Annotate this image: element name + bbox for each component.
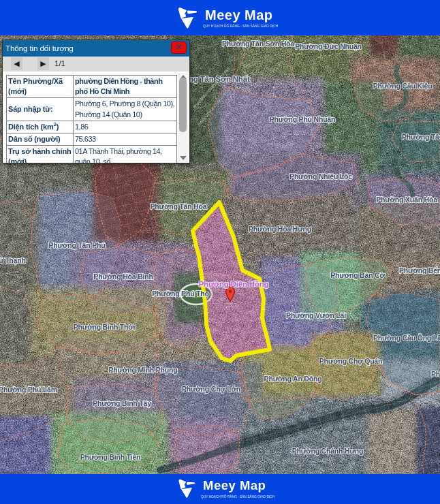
svg-text:Phường Hòa Hưng: Phường Hòa Hưng	[249, 225, 311, 233]
svg-text:Phường Phú Nhuận: Phường Phú Nhuận	[270, 115, 335, 124]
svg-text:Phường Đức Nhuận: Phường Đức Nhuận	[295, 42, 362, 51]
svg-text:Phường Nhiêu Lộc: Phường Nhiêu Lộc	[289, 172, 352, 181]
svg-text:Phường Cầu Kiệu: Phường Cầu Kiệu	[373, 82, 433, 91]
svg-text:Phường Chợ Quán: Phường Chợ Quán	[319, 357, 382, 366]
svg-text:Phường Cầu Ông Lãnh: Phường Cầu Ông Lãnh	[373, 334, 440, 342]
svg-text:Phường Minh Phụng: Phường Minh Phụng	[109, 366, 178, 375]
svg-text:Phường Bến: Phường Bến	[399, 266, 440, 274]
svg-text:Phường Xuân Hòa: Phường Xuân Hòa	[376, 195, 437, 204]
svg-text:Phường Vườn Lài: Phường Vườn Lài	[286, 311, 346, 319]
svg-text:Phường Tân Phú: Phường Tân Phú	[49, 241, 106, 249]
svg-text:Phường An Đông: Phường An Đông	[264, 375, 322, 383]
svg-text:Phường Bàn Cờ: Phường Bàn Cờ	[330, 271, 385, 279]
svg-text:Phường Chánh Hưng: Phường Chánh Hưng	[292, 447, 363, 455]
svg-text:Phường Tân Sơn Hòa: Phường Tân Sơn Hòa	[222, 40, 294, 48]
svg-text:Phường Bình Tiên: Phường Bình Tiên	[80, 453, 141, 461]
svg-text:Phường Tân Hòa: Phường Tân Hòa	[151, 202, 207, 210]
svg-text:Phường Bình Thới: Phường Bình Thới	[74, 323, 136, 331]
svg-text:Phường Bình Tây: Phường Bình Tây	[93, 399, 151, 407]
svg-text:ng Tân Sơn Nhất: ng Tân Sơn Nhất	[189, 75, 250, 83]
svg-text:Phường Tân: Phường Tân	[402, 133, 440, 141]
svg-text:Phường Hòa Bình: Phường Hòa Bình	[93, 272, 153, 281]
svg-text:Phường Phú Lâm: Phường Phú Lâm	[0, 385, 57, 394]
svg-text:Phườ: Phườ	[431, 370, 440, 378]
svg-text:Phường Phú Thọ: Phường Phú Thọ	[152, 289, 208, 298]
svg-text:Phường Chợ Lớn: Phường Chợ Lớn	[182, 385, 240, 394]
svg-text:Phường Diên Hồng: Phường Diên Hồng	[199, 280, 269, 288]
svg-text:Phường Phú Thạnh: Phường Phú Thạnh	[0, 256, 26, 265]
